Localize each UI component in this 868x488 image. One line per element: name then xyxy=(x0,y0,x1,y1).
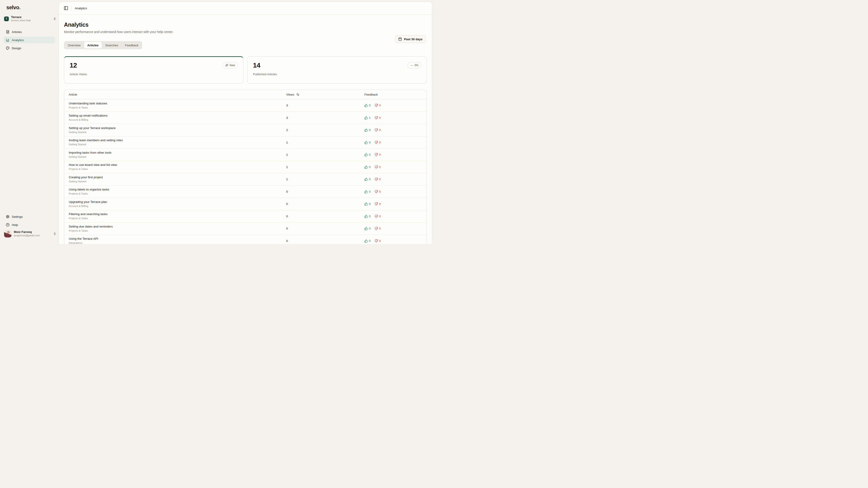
table-row[interactable]: Using labels to organize tasks Projects … xyxy=(64,186,427,198)
article-category: Account & Billing xyxy=(69,205,286,208)
thumbs-up-icon xyxy=(364,177,368,181)
table-row[interactable]: Inviting team members and setting roles … xyxy=(64,136,427,149)
table-row[interactable]: Setting up your Terrace workspace Gettin… xyxy=(64,124,427,136)
thumbs-down-icon xyxy=(375,165,378,169)
new-badge: New xyxy=(222,62,238,68)
dislikes: 0 xyxy=(375,190,381,193)
tab-overview[interactable]: Overview xyxy=(65,42,84,48)
table-row[interactable]: Upgrading your Terrace plan Account & Bi… xyxy=(64,198,427,210)
article-category: Getting Started xyxy=(69,180,286,183)
sidebar-toggle-icon[interactable] xyxy=(64,6,68,10)
workspace-avatar: T xyxy=(4,17,9,21)
page-title: Analytics xyxy=(64,15,427,28)
article-views: 1 xyxy=(286,177,364,181)
settings-icon xyxy=(6,215,9,219)
user-menu[interactable]: Moiz Farooq progrmoiz@gmail.com xyxy=(3,230,57,237)
tab-articles[interactable]: Articles xyxy=(84,42,102,48)
table-row[interactable]: Using the Terrace API Integrations 0 0 0 xyxy=(64,235,427,244)
stat-label: Article Views xyxy=(70,72,238,76)
table-row[interactable]: Setting up email notifications Account &… xyxy=(64,112,427,124)
thumbs-down-icon xyxy=(375,202,378,205)
column-header-views-sort[interactable]: Views xyxy=(286,93,364,96)
page-content: Analytics Monitor performance and unders… xyxy=(59,15,432,244)
thumbs-down-icon xyxy=(375,177,378,181)
column-header-article: Article xyxy=(64,93,286,96)
stat-card-article-views[interactable]: 12 Article Views New xyxy=(64,56,243,84)
article-title: Using the Terrace API xyxy=(69,237,286,241)
main-panel: Analytics Analytics Monitor performance … xyxy=(59,2,432,244)
thumbs-down-icon xyxy=(375,190,378,193)
table-row[interactable]: Filtering and searching tasks Projects &… xyxy=(64,210,427,223)
logo-dot: . xyxy=(19,4,21,10)
article-category: Projects & Tasks xyxy=(69,217,286,220)
article-category: Projects & Tasks xyxy=(69,106,286,109)
sidebar-item-settings[interactable]: Settings xyxy=(4,213,55,220)
likes: 0 xyxy=(364,202,370,205)
date-range-label: Past 30 days xyxy=(404,37,423,41)
thumbs-up-icon xyxy=(364,239,368,242)
tab-searches[interactable]: Searches xyxy=(102,42,121,48)
article-title: Upgrading your Terrace plan xyxy=(69,200,286,204)
date-range-button[interactable]: Past 30 days xyxy=(395,35,426,43)
thumbs-down-icon xyxy=(375,215,378,218)
sidebar-item-label: Articles xyxy=(12,30,22,34)
article-title: Setting up your Terrace workspace xyxy=(69,126,286,130)
dislikes: 0 xyxy=(375,177,381,181)
dislikes: 0 xyxy=(375,165,381,169)
thumbs-down-icon xyxy=(375,227,378,230)
article-views: 3 xyxy=(286,116,364,120)
article-category: Account & Billing xyxy=(69,119,286,122)
thumbs-up-icon xyxy=(364,153,368,156)
article-title: How to use board view and list view xyxy=(69,163,286,167)
table-row[interactable]: Creating your first project Getting Star… xyxy=(64,173,427,186)
app-logo: selvo. xyxy=(6,4,21,11)
sidebar-item-articles[interactable]: Articles xyxy=(4,29,55,35)
article-title: Using labels to organize tasks xyxy=(69,188,286,192)
thumbs-down-icon xyxy=(375,128,378,132)
page-subtitle: Monitor performance and understand how u… xyxy=(64,30,427,34)
likes: 0 xyxy=(364,141,370,144)
file-text-icon xyxy=(6,30,9,34)
table-row[interactable]: Setting due dates and reminders Projects… xyxy=(64,223,427,235)
table-row[interactable]: How to use board view and list view Proj… xyxy=(64,161,427,173)
article-title: Setting up email notifications xyxy=(69,114,286,118)
article-category: Getting Started xyxy=(69,131,286,134)
sidebar-item-help[interactable]: Help xyxy=(4,221,55,228)
article-title: Understanding task statuses xyxy=(69,102,286,105)
breadcrumb: Analytics xyxy=(75,6,87,10)
likes: 0 xyxy=(364,190,370,193)
dislikes: 0 xyxy=(375,128,381,132)
sidebar-item-design[interactable]: Design xyxy=(4,45,55,52)
calendar-icon xyxy=(398,37,402,41)
article-views: 1 xyxy=(286,153,364,156)
thumbs-down-icon xyxy=(375,104,378,107)
dislikes: 0 xyxy=(375,202,381,205)
tab-label: Overview xyxy=(68,43,81,47)
table-row[interactable]: Importing tasks from other tools Getting… xyxy=(64,149,427,161)
thumbs-up-icon xyxy=(364,165,368,169)
topbar-divider xyxy=(71,6,72,10)
article-views: 1 xyxy=(286,165,364,169)
article-views: 1 xyxy=(286,141,364,144)
article-title: Creating your first project xyxy=(69,175,286,180)
logo-text: selvo xyxy=(6,4,19,10)
chevrons-up-down-icon xyxy=(53,17,56,20)
stat-card-published-articles[interactable]: 14 Published Articles 0% xyxy=(247,56,427,84)
column-header-feedback: Feedback xyxy=(364,93,427,96)
topbar: Analytics xyxy=(59,2,432,15)
stat-value: 12 xyxy=(70,62,238,69)
analytics-tabs: OverviewArticlesSearchesFeedback xyxy=(64,41,142,49)
sidebar-item-label: Analytics xyxy=(12,38,24,42)
sidebar-item-analytics[interactable]: Analytics xyxy=(4,37,55,43)
workspace-switcher[interactable]: T Terrace terrace.selvo.help xyxy=(3,14,57,23)
likes: 0 xyxy=(364,153,370,156)
sparkles-icon xyxy=(225,64,228,67)
table-row[interactable]: Understanding task statuses Projects & T… xyxy=(64,99,427,112)
tab-feedback[interactable]: Feedback xyxy=(122,42,142,48)
badge-label: New xyxy=(230,64,235,67)
thumbs-up-icon xyxy=(364,104,368,107)
workspace-name: Terrace xyxy=(11,15,51,19)
sidebar-nav: Articles Analytics Design xyxy=(4,29,55,52)
article-category: Getting Started xyxy=(69,143,286,146)
article-title: Filtering and searching tasks xyxy=(69,213,286,216)
